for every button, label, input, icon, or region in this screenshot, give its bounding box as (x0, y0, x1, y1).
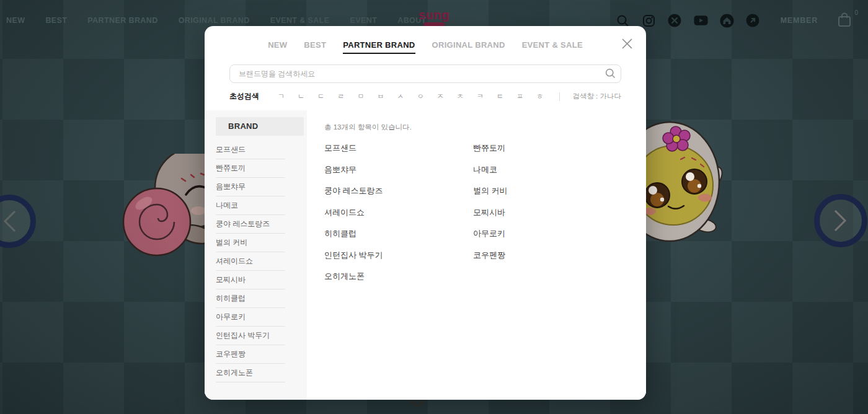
cart-count-badge: 0 (854, 9, 858, 16)
brand-search-modal: NEWBESTPARTNER BRANDORIGINAL BRANDEVENT … (205, 26, 646, 400)
chosung-key-10[interactable]: ㅊ (457, 92, 464, 101)
modal-close-button[interactable] (620, 37, 634, 50)
x-twitter-icon[interactable] (668, 14, 682, 28)
modal-tab-best[interactable]: BEST (304, 40, 326, 54)
modal-tab-event-sale[interactable]: EVENT & SALE (522, 40, 583, 54)
chosung-key-6[interactable]: ㅂ (377, 92, 384, 101)
site-logo-text: sung (418, 9, 450, 21)
sidebar-brand-item-12[interactable]: 코우펜짱 (216, 345, 285, 364)
carousel-next-button[interactable] (814, 194, 867, 247)
modal-tab-original-brand[interactable]: ORIGINAL BRAND (432, 40, 505, 54)
home-cafe-icon[interactable] (720, 14, 734, 28)
modal-body: BRAND 모프샌드빤쮸토끼음뽀챠무나메코쿵야 레스토랑즈벌의 커비셔레이드쇼모… (205, 110, 646, 400)
chevron-left-icon (1, 209, 17, 234)
instagram-icon[interactable] (642, 14, 656, 28)
chevron-right-icon (833, 208, 849, 233)
carousel-prev-button[interactable] (0, 195, 36, 248)
sidebar-brand-item-4[interactable]: 나메코 (216, 196, 285, 215)
chosung-key-11[interactable]: ㅋ (477, 92, 484, 101)
youtube-icon[interactable] (694, 14, 708, 28)
brand-search-input[interactable] (229, 64, 621, 83)
modal-tab-partner-brand[interactable]: PARTNER BRAND (343, 40, 415, 54)
brand-link-6[interactable]: 벌의 커비 (473, 185, 646, 207)
modal-tabs: NEWBESTPARTNER BRANDORIGINAL BRANDEVENT … (205, 26, 646, 54)
search-submit-button[interactable] (605, 68, 616, 81)
cart-button[interactable]: 0 (837, 12, 853, 29)
nav-utility-area: MEMBER 0 (616, 0, 853, 41)
snail-character-illustration (122, 154, 208, 262)
chosung-key-4[interactable]: ㄹ (337, 92, 344, 101)
flower-icon (663, 126, 690, 151)
chosung-key-1[interactable]: ㄱ (278, 92, 285, 101)
brand-link-3[interactable]: 음뽀챠무 (324, 164, 473, 186)
sidebar-brand-item-2[interactable]: 빤쮸토끼 (216, 159, 285, 178)
sidebar-brand-item-3[interactable]: 음뽀챠무 (216, 178, 285, 196)
nav-item-best[interactable]: BEST (45, 16, 67, 25)
sidebar-brand-item-1[interactable]: 모프샌드 (216, 141, 285, 159)
sidebar-brand-item-6[interactable]: 벌의 커비 (216, 234, 285, 252)
scroll-down-hint[interactable] (409, 399, 425, 412)
brand-link-11[interactable]: 인턴집사 박두기 (324, 250, 473, 271)
member-link[interactable]: MEMBER (781, 16, 818, 25)
site-logo[interactable]: sung (418, 9, 450, 27)
brand-link-4[interactable]: 나메코 (473, 164, 646, 186)
brand-link-10[interactable]: 아무로키 (473, 228, 646, 250)
sidebar-title: BRAND (216, 117, 304, 136)
main-nav-items: NEWBESTPARTNER BRANDORIGINAL BRANDEVENT … (6, 16, 427, 25)
chosung-search-row: 초성검색 ㄱㄴㄷㄹㅁㅂㅅㅇㅈㅊㅋㅌㅍㅎ 검색창 : 가나다 (229, 91, 621, 102)
modal-tab-new[interactable]: NEW (268, 40, 287, 54)
chosung-key-14[interactable]: ㅎ (536, 92, 543, 101)
brand-link-1[interactable]: 모프샌드 (324, 143, 473, 164)
brand-link-12[interactable]: 코우펜짱 (473, 250, 646, 271)
brand-search-bar (229, 64, 621, 83)
chosung-key-list: ㄱㄴㄷㄹㅁㅂㅅㅇㅈㅊㅋㅌㅍㅎ (278, 92, 547, 101)
search-icon (605, 68, 616, 79)
sidebar-brand-list: 모프샌드빤쮸토끼음뽀챠무나메코쿵야 레스토랑즈벌의 커비셔레이드쇼모찌시바히히클… (216, 141, 307, 382)
chosung-key-8[interactable]: ㅇ (417, 92, 424, 101)
close-icon (621, 38, 633, 50)
shopping-bag-icon (837, 12, 852, 28)
chosung-key-7[interactable]: ㅅ (397, 92, 404, 101)
sidebar-brand-item-9[interactable]: 히히클럽 (216, 289, 285, 308)
brand-link-8[interactable]: 모찌시바 (473, 207, 646, 229)
sidebar-brand-item-5[interactable]: 쿵야 레스토랑즈 (216, 215, 285, 234)
sort-order-label: 검색창 : 가나다 (572, 92, 621, 101)
blog-link-icon[interactable] (746, 14, 760, 28)
brand-link-7[interactable]: 셔레이드쇼 (324, 207, 473, 229)
chosung-key-3[interactable]: ㄷ (317, 92, 324, 101)
nav-item-event[interactable]: EVENT (350, 16, 378, 25)
result-count-text: 총 13개의 항목이 있습니다. (324, 123, 646, 132)
chosung-key-2[interactable]: ㄴ (298, 92, 304, 101)
brand-sidebar: BRAND 모프샌드빤쮸토끼음뽀챠무나메코쿵야 레스토랑즈벌의 커비셔레이드쇼모… (205, 110, 307, 400)
sidebar-brand-item-11[interactable]: 인턴집사 박두기 (216, 327, 285, 345)
chosung-key-13[interactable]: ㅍ (516, 92, 523, 101)
sidebar-brand-item-7[interactable]: 셔레이드쇼 (216, 252, 285, 271)
sidebar-brand-item-10[interactable]: 아무로키 (216, 308, 285, 327)
hooded-face-character-illustration (645, 113, 728, 247)
brand-list-panel: 총 13개의 항목이 있습니다. 모프샌드빤쮸토끼음뽀챠무나메코쿵야 레스토랑즈… (307, 110, 646, 400)
nav-item-event-sale[interactable]: EVENT & SALE (270, 16, 330, 25)
chosung-search-label: 초성검색 (229, 91, 259, 102)
brand-link-13[interactable]: 오히게노폰 (324, 271, 473, 293)
nav-item-original-brand[interactable]: ORIGINAL BRAND (179, 16, 250, 25)
chosung-divider (559, 92, 560, 101)
nav-item-new[interactable]: NEW (6, 16, 25, 25)
brand-grid: 모프샌드빤쮸토끼음뽀챠무나메코쿵야 레스토랑즈벌의 커비셔레이드쇼모찌시바히히클… (324, 143, 646, 293)
sidebar-brand-item-13[interactable]: 오히게노폰 (216, 364, 285, 382)
chosung-key-9[interactable]: ㅈ (437, 92, 444, 101)
brand-link-9[interactable]: 히히클럽 (324, 228, 473, 250)
chosung-key-12[interactable]: ㅌ (497, 92, 503, 101)
chevron-down-icon (409, 399, 425, 409)
chosung-key-5[interactable]: ㅁ (357, 92, 364, 101)
sidebar-brand-item-8[interactable]: 모찌시바 (216, 271, 285, 289)
nav-item-partner-brand[interactable]: PARTNER BRAND (87, 16, 157, 25)
brand-link-5[interactable]: 쿵야 레스토랑즈 (324, 185, 473, 207)
brand-link-2[interactable]: 빤쮸토끼 (473, 143, 646, 164)
